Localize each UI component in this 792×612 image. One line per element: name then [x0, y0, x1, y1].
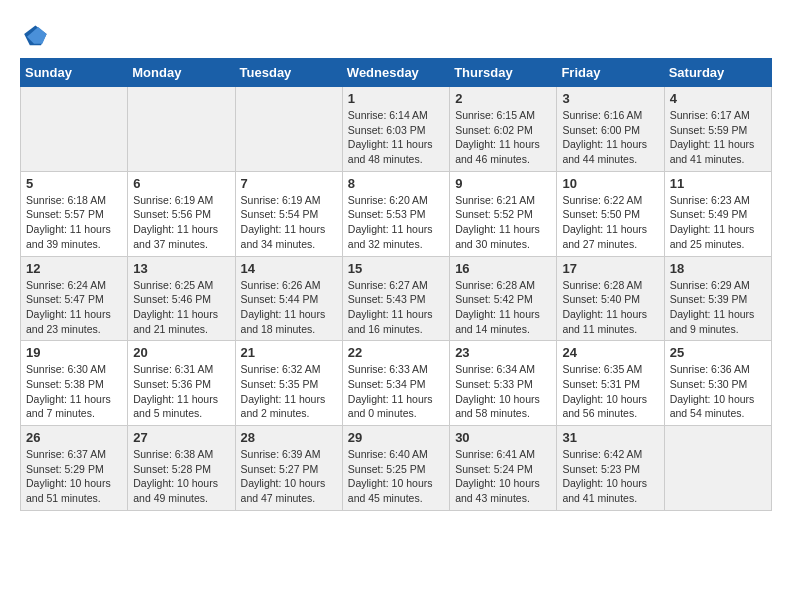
day-info: Sunrise: 6:37 AM Sunset: 5:29 PM Dayligh… [26, 447, 122, 506]
weekday-header-tuesday: Tuesday [235, 59, 342, 87]
day-number: 9 [455, 176, 551, 191]
calendar-cell: 16Sunrise: 6:28 AM Sunset: 5:42 PM Dayli… [450, 256, 557, 341]
day-info: Sunrise: 6:33 AM Sunset: 5:34 PM Dayligh… [348, 362, 444, 421]
day-info: Sunrise: 6:21 AM Sunset: 5:52 PM Dayligh… [455, 193, 551, 252]
day-info: Sunrise: 6:35 AM Sunset: 5:31 PM Dayligh… [562, 362, 658, 421]
day-number: 4 [670, 91, 766, 106]
day-number: 13 [133, 261, 229, 276]
day-info: Sunrise: 6:32 AM Sunset: 5:35 PM Dayligh… [241, 362, 337, 421]
day-info: Sunrise: 6:25 AM Sunset: 5:46 PM Dayligh… [133, 278, 229, 337]
calendar-cell [128, 87, 235, 172]
weekday-header-thursday: Thursday [450, 59, 557, 87]
calendar-cell: 28Sunrise: 6:39 AM Sunset: 5:27 PM Dayli… [235, 426, 342, 511]
weekday-header-row: SundayMondayTuesdayWednesdayThursdayFrid… [21, 59, 772, 87]
calendar-cell: 11Sunrise: 6:23 AM Sunset: 5:49 PM Dayli… [664, 171, 771, 256]
day-number: 2 [455, 91, 551, 106]
calendar-cell: 22Sunrise: 6:33 AM Sunset: 5:34 PM Dayli… [342, 341, 449, 426]
weekday-header-sunday: Sunday [21, 59, 128, 87]
day-number: 6 [133, 176, 229, 191]
day-info: Sunrise: 6:29 AM Sunset: 5:39 PM Dayligh… [670, 278, 766, 337]
day-info: Sunrise: 6:39 AM Sunset: 5:27 PM Dayligh… [241, 447, 337, 506]
calendar-cell: 19Sunrise: 6:30 AM Sunset: 5:38 PM Dayli… [21, 341, 128, 426]
calendar-cell: 25Sunrise: 6:36 AM Sunset: 5:30 PM Dayli… [664, 341, 771, 426]
calendar-cell: 14Sunrise: 6:26 AM Sunset: 5:44 PM Dayli… [235, 256, 342, 341]
day-number: 25 [670, 345, 766, 360]
day-number: 5 [26, 176, 122, 191]
day-number: 15 [348, 261, 444, 276]
weekday-header-wednesday: Wednesday [342, 59, 449, 87]
calendar-cell: 21Sunrise: 6:32 AM Sunset: 5:35 PM Dayli… [235, 341, 342, 426]
day-number: 18 [670, 261, 766, 276]
day-info: Sunrise: 6:28 AM Sunset: 5:40 PM Dayligh… [562, 278, 658, 337]
header [20, 20, 772, 48]
day-number: 16 [455, 261, 551, 276]
day-number: 7 [241, 176, 337, 191]
calendar-cell: 7Sunrise: 6:19 AM Sunset: 5:54 PM Daylig… [235, 171, 342, 256]
day-number: 22 [348, 345, 444, 360]
day-number: 30 [455, 430, 551, 445]
logo-icon [20, 20, 48, 48]
calendar-cell: 3Sunrise: 6:16 AM Sunset: 6:00 PM Daylig… [557, 87, 664, 172]
day-number: 29 [348, 430, 444, 445]
day-info: Sunrise: 6:41 AM Sunset: 5:24 PM Dayligh… [455, 447, 551, 506]
day-number: 21 [241, 345, 337, 360]
calendar-cell: 30Sunrise: 6:41 AM Sunset: 5:24 PM Dayli… [450, 426, 557, 511]
day-info: Sunrise: 6:17 AM Sunset: 5:59 PM Dayligh… [670, 108, 766, 167]
calendar-cell: 9Sunrise: 6:21 AM Sunset: 5:52 PM Daylig… [450, 171, 557, 256]
day-number: 8 [348, 176, 444, 191]
calendar-cell: 10Sunrise: 6:22 AM Sunset: 5:50 PM Dayli… [557, 171, 664, 256]
day-number: 27 [133, 430, 229, 445]
calendar-cell: 5Sunrise: 6:18 AM Sunset: 5:57 PM Daylig… [21, 171, 128, 256]
calendar-cell: 8Sunrise: 6:20 AM Sunset: 5:53 PM Daylig… [342, 171, 449, 256]
day-number: 26 [26, 430, 122, 445]
calendar-week-row: 19Sunrise: 6:30 AM Sunset: 5:38 PM Dayli… [21, 341, 772, 426]
calendar-cell: 29Sunrise: 6:40 AM Sunset: 5:25 PM Dayli… [342, 426, 449, 511]
calendar-cell: 2Sunrise: 6:15 AM Sunset: 6:02 PM Daylig… [450, 87, 557, 172]
day-number: 12 [26, 261, 122, 276]
calendar-cell: 23Sunrise: 6:34 AM Sunset: 5:33 PM Dayli… [450, 341, 557, 426]
day-number: 11 [670, 176, 766, 191]
calendar-cell: 1Sunrise: 6:14 AM Sunset: 6:03 PM Daylig… [342, 87, 449, 172]
day-info: Sunrise: 6:31 AM Sunset: 5:36 PM Dayligh… [133, 362, 229, 421]
day-info: Sunrise: 6:14 AM Sunset: 6:03 PM Dayligh… [348, 108, 444, 167]
calendar-cell: 13Sunrise: 6:25 AM Sunset: 5:46 PM Dayli… [128, 256, 235, 341]
day-number: 17 [562, 261, 658, 276]
day-info: Sunrise: 6:24 AM Sunset: 5:47 PM Dayligh… [26, 278, 122, 337]
calendar-cell: 20Sunrise: 6:31 AM Sunset: 5:36 PM Dayli… [128, 341, 235, 426]
day-info: Sunrise: 6:23 AM Sunset: 5:49 PM Dayligh… [670, 193, 766, 252]
day-info: Sunrise: 6:34 AM Sunset: 5:33 PM Dayligh… [455, 362, 551, 421]
day-number: 20 [133, 345, 229, 360]
day-info: Sunrise: 6:22 AM Sunset: 5:50 PM Dayligh… [562, 193, 658, 252]
day-number: 31 [562, 430, 658, 445]
day-info: Sunrise: 6:38 AM Sunset: 5:28 PM Dayligh… [133, 447, 229, 506]
day-info: Sunrise: 6:30 AM Sunset: 5:38 PM Dayligh… [26, 362, 122, 421]
calendar-cell: 26Sunrise: 6:37 AM Sunset: 5:29 PM Dayli… [21, 426, 128, 511]
day-number: 24 [562, 345, 658, 360]
calendar-cell: 4Sunrise: 6:17 AM Sunset: 5:59 PM Daylig… [664, 87, 771, 172]
day-info: Sunrise: 6:19 AM Sunset: 5:54 PM Dayligh… [241, 193, 337, 252]
calendar-cell: 17Sunrise: 6:28 AM Sunset: 5:40 PM Dayli… [557, 256, 664, 341]
day-info: Sunrise: 6:15 AM Sunset: 6:02 PM Dayligh… [455, 108, 551, 167]
weekday-header-saturday: Saturday [664, 59, 771, 87]
day-info: Sunrise: 6:42 AM Sunset: 5:23 PM Dayligh… [562, 447, 658, 506]
calendar-week-row: 26Sunrise: 6:37 AM Sunset: 5:29 PM Dayli… [21, 426, 772, 511]
day-info: Sunrise: 6:20 AM Sunset: 5:53 PM Dayligh… [348, 193, 444, 252]
calendar-cell: 31Sunrise: 6:42 AM Sunset: 5:23 PM Dayli… [557, 426, 664, 511]
calendar-cell: 6Sunrise: 6:19 AM Sunset: 5:56 PM Daylig… [128, 171, 235, 256]
calendar-week-row: 1Sunrise: 6:14 AM Sunset: 6:03 PM Daylig… [21, 87, 772, 172]
day-number: 28 [241, 430, 337, 445]
weekday-header-monday: Monday [128, 59, 235, 87]
day-info: Sunrise: 6:16 AM Sunset: 6:00 PM Dayligh… [562, 108, 658, 167]
calendar-cell [21, 87, 128, 172]
day-number: 10 [562, 176, 658, 191]
day-info: Sunrise: 6:36 AM Sunset: 5:30 PM Dayligh… [670, 362, 766, 421]
calendar-cell [664, 426, 771, 511]
logo-area [20, 20, 50, 48]
calendar-cell: 15Sunrise: 6:27 AM Sunset: 5:43 PM Dayli… [342, 256, 449, 341]
day-info: Sunrise: 6:40 AM Sunset: 5:25 PM Dayligh… [348, 447, 444, 506]
day-number: 19 [26, 345, 122, 360]
calendar-week-row: 12Sunrise: 6:24 AM Sunset: 5:47 PM Dayli… [21, 256, 772, 341]
calendar-table: SundayMondayTuesdayWednesdayThursdayFrid… [20, 58, 772, 511]
day-info: Sunrise: 6:18 AM Sunset: 5:57 PM Dayligh… [26, 193, 122, 252]
day-number: 23 [455, 345, 551, 360]
